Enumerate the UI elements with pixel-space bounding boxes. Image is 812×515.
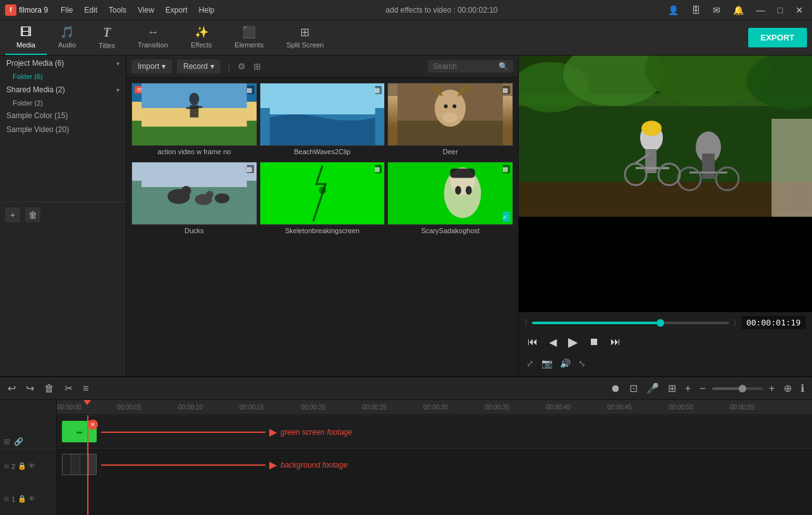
rewind-button[interactable]: ◀ [547, 335, 559, 349]
media-item-beach[interactable]: ▦ BeachWaves2Clip [260, 83, 385, 159]
sidebar-item-project-media[interactable]: Project Media (6) ▾ [0, 56, 126, 71]
close-button[interactable]: ✕ [792, 4, 807, 16]
tl-info-button[interactable]: ℹ [798, 381, 807, 396]
sidebar-item-folder-6[interactable]: Folder (6) [0, 71, 126, 82]
import-button[interactable]: Import ▾ [131, 59, 172, 73]
search-box: 🔍 [428, 60, 513, 73]
track-1: ▶ background footage [57, 448, 812, 481]
track-2: ▬ ✕ ▶ green screen footage [57, 415, 812, 448]
ruler-mark-15: 00:00:15 [239, 404, 264, 411]
track-2-lock-icon[interactable]: 🔒 [18, 462, 27, 470]
menu-file[interactable]: File [56, 4, 78, 16]
tool-effects[interactable]: ✨ Effects [179, 20, 223, 55]
record-button[interactable]: Record ▾ [177, 59, 221, 73]
progress-bar[interactable] [532, 322, 729, 324]
tl-add-track-button[interactable]: ⊕ [781, 381, 794, 396]
import-arrow-icon: ▾ [162, 62, 166, 71]
menu-bar: File Edit Tools View Export Help [56, 4, 219, 16]
media-item-scary[interactable]: ▦ ✓ ScarySadakoghost [387, 162, 513, 238]
progress-end: } [734, 319, 736, 326]
tool-media[interactable]: 🎞 Media [5, 20, 47, 55]
app-logo-icon: f [5, 4, 16, 16]
svg-point-3 [189, 93, 199, 106]
tool-elements[interactable]: ⬛ Elements [223, 20, 275, 55]
delete-folder-button[interactable]: 🗑 [25, 207, 40, 222]
tl-add-button[interactable]: + [682, 382, 693, 396]
snap-icon[interactable]: ⊞ [4, 437, 10, 446]
track-2-eye-icon[interactable]: 👁 [28, 462, 35, 470]
mail-icon[interactable]: ✉ [709, 4, 724, 16]
snapshot-icon[interactable]: 📷 [540, 357, 554, 370]
background-clip[interactable] [62, 454, 97, 475]
titlebar: f filmora 9 File Edit Tools View Export … [0, 0, 812, 20]
playhead-triangle [83, 400, 91, 405]
sidebar-item-folder-2[interactable]: Folder (2) [0, 97, 126, 109]
folder-icon[interactable]: 🗄 [688, 4, 704, 16]
play-button[interactable]: ▶ [566, 333, 580, 351]
ruler-mark-45: 00:00:45 [607, 404, 632, 411]
tl-zoom-out-button[interactable]: − [697, 382, 708, 396]
volume-icon[interactable]: 🔊 [559, 357, 572, 370]
progress-start: { [525, 319, 527, 326]
sidebar-item-shared-media[interactable]: Shared Media (2) ▾ [0, 82, 126, 97]
tl-layers-button[interactable]: ⊞ [665, 381, 679, 396]
settings-button[interactable]: ≡ [80, 382, 91, 396]
zoom-slider[interactable] [712, 387, 763, 390]
tool-audio[interactable]: 🎵 Audio [47, 20, 87, 55]
prev-frame-button[interactable]: ⏮ [525, 335, 540, 349]
sidebar-item-sample-color[interactable]: Sample Color (15) [0, 109, 126, 123]
link-icon[interactable]: 🔗 [14, 437, 23, 446]
tool-titles[interactable]: T Titles [87, 20, 126, 55]
filter-icon[interactable]: ⚙ [238, 61, 246, 71]
delete-clip-button[interactable]: 🗑 [42, 382, 57, 396]
next-frame-button[interactable]: ⏭ [608, 335, 623, 349]
menu-export[interactable]: Export [161, 4, 193, 16]
fit-screen-icon[interactable]: ⤡ [577, 357, 587, 370]
minimize-button[interactable]: — [753, 4, 769, 16]
new-folder-button[interactable]: + [5, 207, 20, 222]
search-input[interactable] [433, 62, 496, 71]
grid-icon[interactable]: ⊞ [253, 61, 261, 71]
tl-zoom-in-button[interactable]: + [767, 382, 777, 396]
stop-button[interactable]: ⏹ [586, 335, 602, 349]
account-icon[interactable]: 👤 [664, 4, 682, 16]
menu-view[interactable]: View [133, 4, 159, 16]
green-clip[interactable]: ▬ ✕ [62, 421, 97, 442]
media-item-action[interactable]: 854 ▦ action video w frame no [131, 83, 257, 159]
notification-icon[interactable]: 🔔 [729, 4, 748, 16]
title-text: add effects to video : 00:00:02:10 [385, 6, 497, 15]
svg-line-5 [186, 107, 202, 108]
tool-transition[interactable]: ↔ Transition [126, 20, 179, 55]
redo-button[interactable]: ↪ [23, 381, 37, 396]
export-button[interactable]: EXPORT [748, 28, 807, 47]
svg-rect-18 [142, 162, 247, 187]
sidebar-item-sample-video[interactable]: Sample Video (20) [0, 123, 126, 136]
tool-media-label: Media [16, 41, 35, 49]
timeline-ruler[interactable]: 00:00:00 00:00:05 00:00:10 00:00:15 00:0… [57, 400, 812, 415]
svg-point-26 [318, 186, 326, 194]
tl-record-button[interactable]: ⏺ [608, 382, 623, 396]
cut-button[interactable]: ✂ [62, 381, 75, 396]
svg-point-16 [444, 104, 448, 108]
titlebar-controls: 👤 🗄 ✉ 🔔 — □ ✕ [664, 4, 807, 16]
maximize-button[interactable]: □ [774, 4, 787, 16]
media-item-deer[interactable]: ▦ [387, 83, 513, 159]
menu-edit[interactable]: Edit [79, 4, 102, 16]
tl-mic-button[interactable]: 🎤 [644, 381, 662, 396]
green-screen-arrow: ▶ green screen footage [101, 426, 352, 438]
ruler-mark-25: 00:00:25 [362, 404, 387, 411]
tool-splitscreen[interactable]: ⊞ Split Screen [275, 20, 335, 55]
track-1-eye-icon[interactable]: 👁 [28, 495, 35, 503]
svg-rect-42 [702, 154, 715, 179]
menu-help[interactable]: Help [194, 4, 220, 16]
media-item-ducks[interactable]: ▦ Ducks [131, 162, 257, 238]
media-item-skeleton[interactable]: ▦ Skeletonbreakingscreen [260, 162, 385, 238]
tl-crop-button[interactable]: ⊡ [627, 381, 640, 396]
track-1-lock-icon[interactable]: 🔒 [18, 495, 27, 503]
menu-tools[interactable]: Tools [104, 4, 131, 16]
clip-x-button[interactable]: ✕ [88, 420, 98, 430]
undo-button[interactable]: ↩ [5, 381, 18, 396]
track-2-label: ⊞ 2 🔒 👁 [0, 449, 56, 482]
preview-controls: { } 00:00:01:19 ⏮ ◀ ▶ ⏹ ⏭ ⤢ 📷 🔊 ⤡ [519, 312, 812, 376]
fullscreen-icon[interactable]: ⤢ [525, 357, 535, 370]
